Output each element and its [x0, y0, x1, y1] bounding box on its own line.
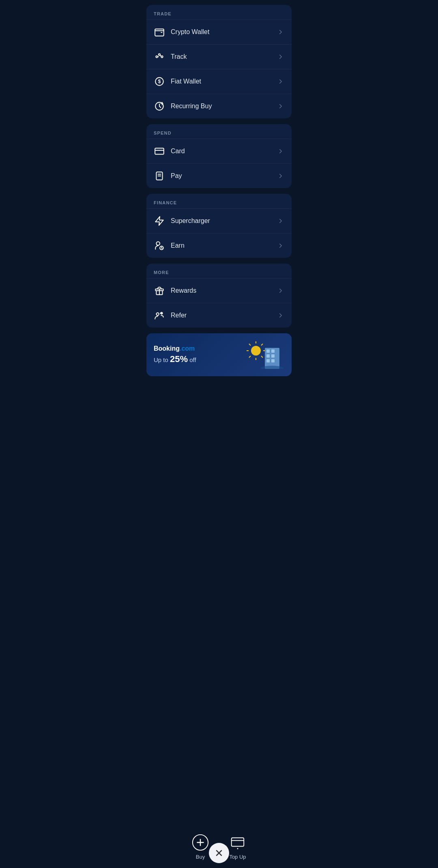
card-icon: [154, 146, 165, 157]
trade-section: TRADE Crypto Wallet: [146, 5, 292, 118]
svg-point-35: [261, 366, 283, 369]
refer-icon: [154, 310, 165, 321]
svg-rect-32: [271, 354, 275, 358]
svg-rect-7: [155, 148, 164, 154]
svg-line-26: [261, 344, 263, 345]
chevron-right-icon: [277, 28, 284, 36]
menu-item-rewards[interactable]: Rewards: [146, 278, 292, 303]
track-label: Track: [171, 53, 187, 60]
crypto-wallet-label: Crypto Wallet: [171, 28, 209, 36]
finance-label: FINANCE: [146, 194, 292, 208]
booking-brand: Booking: [154, 345, 180, 352]
svg-line-27: [249, 356, 251, 358]
svg-text:$: $: [158, 79, 161, 84]
menu-item-supercharger[interactable]: Supercharger: [146, 208, 292, 233]
fiat-icon: $: [154, 76, 165, 87]
menu-item-refer[interactable]: Refer: [146, 303, 292, 328]
chevron-right-icon: [277, 78, 284, 85]
pay-icon: [154, 170, 165, 182]
chevron-right-icon: [277, 53, 284, 60]
chevron-right-icon: [277, 242, 284, 249]
more-label: MORE: [146, 264, 292, 278]
recurring-icon: [154, 101, 165, 112]
svg-rect-31: [266, 354, 270, 358]
booking-dot: .com: [180, 345, 195, 352]
svg-point-12: [156, 242, 160, 245]
recurring-buy-label: Recurring Buy: [171, 103, 212, 110]
earn-icon: [154, 240, 165, 251]
menu-item-fiat-wallet[interactable]: $ Fiat Wallet: [146, 69, 292, 94]
svg-rect-30: [271, 349, 275, 353]
booking-banner[interactable]: Booking.com Up to 25% off: [146, 333, 292, 376]
card-label: Card: [171, 148, 185, 155]
svg-point-19: [251, 346, 261, 356]
finance-section: FINANCE Supercharger: [146, 194, 292, 258]
chevron-right-icon: [277, 217, 284, 225]
menu-item-card[interactable]: Card: [146, 139, 292, 163]
wallet-icon: [154, 26, 165, 38]
fiat-wallet-label: Fiat Wallet: [171, 78, 201, 85]
more-section: MORE Rewards: [146, 264, 292, 328]
spend-label: SPEND: [146, 124, 292, 139]
menu-item-crypto-wallet[interactable]: Crypto Wallet: [146, 19, 292, 44]
menu-item-earn[interactable]: Earn: [146, 233, 292, 258]
svg-rect-33: [266, 359, 270, 362]
refer-label: Refer: [171, 312, 187, 319]
chevron-right-icon: [277, 312, 284, 319]
svg-rect-0: [155, 29, 164, 36]
gift-icon: [154, 285, 165, 296]
svg-rect-34: [271, 359, 275, 362]
rewards-label: Rewards: [171, 287, 196, 294]
page-content: TRADE Crypto Wallet: [140, 0, 298, 447]
bolt-icon: [154, 215, 165, 227]
pay-label: Pay: [171, 172, 182, 180]
booking-offer: Up to 25% off: [154, 354, 196, 364]
svg-rect-29: [266, 349, 270, 353]
trade-label: TRADE: [146, 5, 292, 19]
svg-line-25: [261, 356, 263, 358]
chevron-right-icon: [277, 287, 284, 294]
chevron-right-icon: [277, 103, 284, 110]
chevron-right-icon: [277, 148, 284, 155]
svg-point-16: [156, 313, 159, 316]
earn-label: Earn: [171, 242, 185, 249]
booking-logo: Booking.com: [154, 345, 196, 352]
spend-section: SPEND Card: [146, 124, 292, 188]
menu-item-pay[interactable]: Pay: [146, 163, 292, 188]
menu-item-recurring-buy[interactable]: Recurring Buy: [146, 94, 292, 118]
menu-item-track[interactable]: Track: [146, 44, 292, 69]
chevron-right-icon: [277, 172, 284, 180]
track-icon: [154, 51, 165, 62]
svg-line-24: [249, 344, 251, 345]
booking-illustration: [244, 341, 284, 369]
supercharger-label: Supercharger: [171, 217, 210, 225]
